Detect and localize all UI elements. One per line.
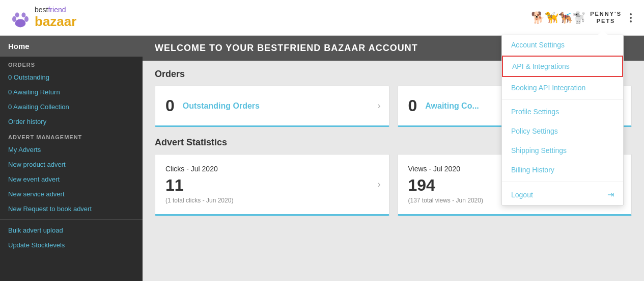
sidebar-item-update-stocklevels[interactable]: Update Stocklevels bbox=[0, 238, 143, 252]
logout-icon: ⇥ bbox=[607, 190, 614, 199]
logo-text: bestfriend bazaar bbox=[35, 6, 76, 30]
sidebar-item-bulk-upload[interactable]: Bulk advert upload bbox=[0, 223, 143, 238]
awaiting-count: 0 bbox=[408, 96, 417, 115]
menu-button[interactable] bbox=[628, 11, 634, 24]
dropdown-menu: Account Settings API & Integrations Book… bbox=[501, 35, 624, 206]
sidebar-divider-1 bbox=[0, 219, 143, 220]
dropdown-item-logout[interactable]: Logout ⇥ bbox=[502, 184, 623, 205]
sidebar-item-new-event-advert[interactable]: New event advert bbox=[0, 172, 143, 187]
clicks-value: 11 bbox=[165, 176, 379, 195]
dropdown-item-booking-api[interactable]: Booking API Integration bbox=[502, 78, 623, 97]
shop-name: PENNY'S bbox=[590, 11, 622, 17]
header-right: 🐕 🦮 🐕‍🦺 🐩 PENNY'S PETS bbox=[531, 11, 634, 24]
outstanding-count: 0 bbox=[165, 96, 175, 115]
sidebar-item-awaiting-return[interactable]: 0 Awaiting Return bbox=[0, 85, 143, 99]
sidebar-item-new-service-advert[interactable]: New service advert bbox=[0, 187, 143, 201]
sidebar-item-awaiting-collection[interactable]: 0 Awaiting Collection bbox=[0, 99, 143, 114]
clicks-arrow-icon: › bbox=[378, 179, 381, 190]
shop-logo: 🐕 🦮 🐕‍🦺 🐩 PENNY'S PETS bbox=[531, 11, 622, 24]
header: bestfriend bazaar 🐕 🦮 🐕‍🦺 🐩 PENNY'S PETS bbox=[0, 0, 644, 36]
dropdown-item-api-integrations[interactable]: API & Integrations bbox=[502, 56, 623, 77]
animal-icons: 🐕 🦮 🐕‍🦺 🐩 bbox=[531, 11, 586, 24]
sidebar-section-orders: ORDERS bbox=[0, 57, 143, 70]
dropdown-item-billing-history[interactable]: Billing History bbox=[502, 160, 623, 180]
svg-point-3 bbox=[15, 12, 19, 17]
sidebar-section-advert: ADVERT MANAGEMENT bbox=[0, 129, 143, 142]
sidebar-item-home[interactable]: Home bbox=[0, 36, 143, 57]
svg-point-1 bbox=[12, 16, 16, 21]
outstanding-orders-card[interactable]: 0 Outstanding Orders › bbox=[155, 86, 389, 127]
card-arrow-icon: › bbox=[378, 100, 381, 111]
logout-label: Logout bbox=[511, 191, 533, 199]
dropdown-divider-1 bbox=[502, 99, 623, 100]
clicks-period-label: Clicks - Jul 2020 bbox=[165, 165, 379, 173]
shop-sub: PETS bbox=[590, 18, 622, 24]
clicks-card[interactable]: Clicks - Jul 2020 11 (1 total clicks - J… bbox=[155, 154, 389, 216]
sidebar-item-my-adverts[interactable]: My Adverts bbox=[0, 142, 143, 157]
outstanding-label: Outstanding Orders bbox=[183, 101, 260, 111]
paw-icon bbox=[10, 8, 31, 28]
sidebar-item-order-history[interactable]: Order history bbox=[0, 114, 143, 129]
sidebar-item-outstanding[interactable]: 0 Outstanding bbox=[0, 70, 143, 85]
svg-point-4 bbox=[21, 12, 25, 17]
awaiting-label: Awaiting Co... bbox=[425, 101, 479, 111]
logo: bestfriend bazaar bbox=[10, 6, 76, 30]
svg-point-2 bbox=[24, 16, 29, 21]
dropdown-item-policy-settings[interactable]: Policy Settings bbox=[502, 121, 623, 141]
clicks-sub: (1 total clicks - Jun 2020) bbox=[165, 197, 379, 204]
dropdown-arrow bbox=[598, 30, 608, 35]
dropdown-item-profile-settings[interactable]: Profile Settings bbox=[502, 102, 623, 121]
sidebar-item-new-product-advert[interactable]: New product advert bbox=[0, 157, 143, 172]
dropdown-item-account-settings[interactable]: Account Settings bbox=[502, 35, 623, 55]
dropdown-item-shipping-settings[interactable]: Shipping Settings bbox=[502, 141, 623, 160]
dropdown-divider-2 bbox=[502, 182, 623, 182]
sidebar: Home ORDERS 0 Outstanding 0 Awaiting Ret… bbox=[0, 36, 143, 281]
sidebar-item-new-request-advert[interactable]: New Request to book advert bbox=[0, 201, 143, 216]
svg-point-0 bbox=[15, 19, 26, 27]
